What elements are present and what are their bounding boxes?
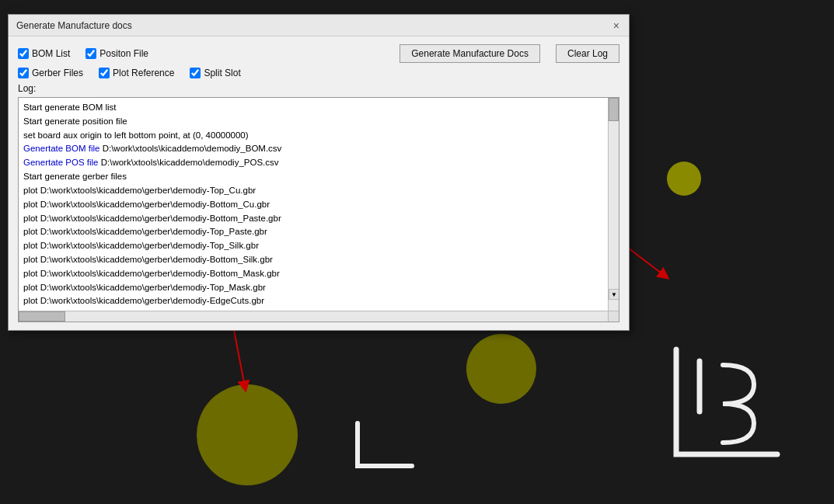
gerber-files-checkbox[interactable] [18, 68, 29, 78]
log-container[interactable]: Start generate BOM list Start generate p… [18, 97, 619, 322]
generate-button[interactable]: Generate Manufacture Docs [400, 44, 540, 63]
log-text-area: Start generate BOM list Start generate p… [19, 98, 608, 311]
split-slot-checkbox[interactable] [190, 68, 201, 78]
scroll-thumb-h[interactable] [19, 311, 65, 322]
log-line-11: plot D:\work\xtools\kicaddemo\gerber\dem… [23, 239, 603, 253]
plot-reference-checkbox[interactable] [99, 68, 110, 78]
clear-log-button[interactable]: Clear Log [556, 44, 619, 63]
log-line-9: plot D:\work\xtools\kicaddemo\gerber\dem… [23, 212, 603, 226]
plot-reference-checkbox-label[interactable]: Plot Reference [99, 68, 174, 78]
log-line-4: Genertate BOM file D:\work\xtools\kicadd… [23, 142, 603, 156]
scroll-down-arrow[interactable]: ▼ [609, 289, 619, 300]
plot-reference-label: Plot Reference [113, 68, 174, 78]
checkbox-row-1: BOM List Positon File Generate Manufactu… [18, 44, 619, 63]
scrollbar-corner [608, 311, 619, 322]
log-line-6: Start generate gerber files [23, 170, 603, 184]
position-file-label: Positon File [99, 48, 148, 59]
generate-manufacture-dialog: Generate Manufacture docs × BOM List Pos… [8, 14, 630, 331]
log-line-3: set board aux origin to left bottom poin… [23, 129, 603, 143]
log-line-1: Start generate BOM list [23, 101, 603, 115]
log-line-2: Start generate position file [23, 115, 603, 129]
checkbox-row-2: Gerber Files Plot Reference Split Slot [18, 68, 619, 78]
log-line-15: plot D:\work\xtools\kicaddemo\gerber\dem… [23, 294, 603, 308]
log-line-14: plot D:\work\xtools\kicaddemo\gerber\dem… [23, 281, 603, 295]
svg-point-0 [667, 162, 701, 196]
gerber-files-label: Gerber Files [32, 68, 83, 78]
split-slot-label: Split Slot [204, 68, 240, 78]
position-file-checkbox[interactable] [85, 48, 96, 59]
log-line-13: plot D:\work\xtools\kicaddemo\gerber\dem… [23, 267, 603, 281]
log-line-8: plot D:\work\xtools\kicaddemo\gerber\dem… [23, 198, 603, 212]
split-slot-checkbox-label[interactable]: Split Slot [190, 68, 240, 78]
dialog-title: Generate Manufacture docs [16, 20, 132, 31]
svg-point-1 [466, 334, 536, 404]
bom-list-label: BOM List [32, 48, 70, 59]
bom-list-checkbox[interactable] [18, 48, 29, 59]
dialog-close-button[interactable]: × [612, 20, 621, 31]
position-file-checkbox-label[interactable]: Positon File [85, 48, 148, 59]
log-line-10: plot D:\work\xtools\kicaddemo\gerber\dem… [23, 225, 603, 239]
vertical-scrollbar[interactable]: ▲ ▼ [608, 98, 619, 311]
dialog-titlebar: Generate Manufacture docs × [9, 15, 629, 36]
gerber-files-checkbox-label[interactable]: Gerber Files [18, 68, 83, 78]
horizontal-scrollbar[interactable] [19, 311, 608, 322]
log-line-5: Genertate POS file D:\work\xtools\kicadd… [23, 156, 603, 170]
log-line-12: plot D:\work\xtools\kicaddemo\gerber\dem… [23, 253, 603, 267]
svg-point-2 [197, 384, 298, 485]
bom-list-checkbox-label[interactable]: BOM List [18, 48, 70, 59]
log-content: Start generate BOM list Start generate p… [19, 98, 608, 311]
log-label: Log: [18, 83, 619, 94]
scroll-thumb-v[interactable] [609, 98, 619, 121]
log-line-7: plot D:\work\xtools\kicaddemo\gerber\dem… [23, 184, 603, 198]
dialog-body: BOM List Positon File Generate Manufactu… [9, 36, 629, 330]
